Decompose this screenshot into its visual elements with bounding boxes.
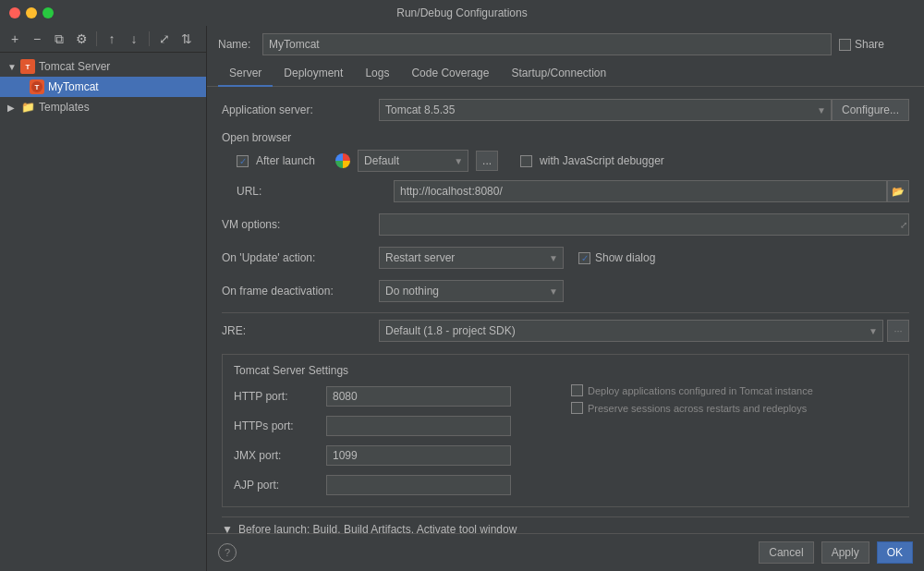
jmx-port-input[interactable] [326,445,511,466]
vm-options-wrap: ⤢ [379,213,909,236]
sort-button[interactable]: ⇅ [177,30,196,48]
app-server-dropdown[interactable]: Tomcat 8.5.35 [379,99,832,121]
name-input[interactable] [262,33,832,55]
settings-section: Tomcat Server Settings HTTP port: HTTPs … [222,354,909,507]
vm-options-input[interactable] [379,213,909,236]
ajp-port-input[interactable] [326,475,511,495]
close-button[interactable] [9,7,20,18]
templates-icon: 📁 [20,100,35,115]
tab-logs[interactable]: Logs [354,61,400,87]
show-dialog-label: Show dialog [595,251,655,264]
preserve-sessions-label: Preserve sessions across restarts and re… [588,403,807,414]
https-port-input[interactable] [326,416,511,436]
remove-config-button[interactable]: − [28,30,46,48]
before-launch-label: Before launch: Build, Build Artifacts, A… [238,523,517,533]
share-area: Share [839,38,913,51]
on-update-row: On 'Update' action: Restart server ▼ Sho… [222,246,909,270]
browser-dropdown-wrap: Default ▼ [358,150,468,172]
tree-item-mytomcat[interactable]: T MyTomcat [0,77,206,97]
settings-title: Tomcat Server Settings [234,364,897,377]
jre-dropdown-wrap: Default (1.8 - project SDK) ▼ [379,320,883,342]
ports-column: HTTP port: HTTPs port: JMX port: AJ [234,384,560,497]
mytomcat-label: MyTomcat [48,80,99,93]
js-debugger-checkbox[interactable] [520,155,532,167]
settings-config-button[interactable]: ⚙ [72,30,91,48]
cancel-button[interactable]: Cancel [759,541,813,564]
ok-button[interactable]: OK [877,541,913,564]
copy-config-button[interactable]: ⧉ [50,30,68,48]
divider-1 [222,312,909,313]
on-update-dropdown[interactable]: Restart server [379,247,564,269]
url-input[interactable] [394,180,887,202]
tree-arrow-tomcat: ▼ [7,62,20,72]
url-row: URL: 📂 [237,179,909,203]
open-browser-label: Open browser [222,131,909,144]
on-frame-dropdown[interactable]: Do nothing [379,280,564,302]
http-port-input[interactable] [326,386,511,407]
config-tree: ▼ T Tomcat Server T MyTomcat ▶ 📁 [0,53,206,571]
tab-code-coverage[interactable]: Code Coverage [400,61,500,87]
ajp-port-label: AJP port: [234,479,326,492]
configure-button[interactable]: Configure... [832,99,909,121]
server-tab-content: Application server: Tomcat 8.5.35 ▼ Conf… [207,87,924,533]
jmx-port-row: JMX port: [234,443,560,468]
tomcat-server-label: Tomcat Server [39,60,110,73]
jre-expand-button[interactable]: ··· [887,320,909,342]
name-label: Name: [218,38,255,51]
mytomcat-icon: T [30,79,44,94]
tree-item-templates[interactable]: ▶ 📁 Templates [0,97,206,117]
tab-startup[interactable]: Startup/Connection [500,61,617,87]
apply-button[interactable]: Apply [821,541,869,564]
deploy-apps-row: Deploy applications configured in Tomcat… [571,384,897,396]
collapse-before-launch-icon[interactable]: ▼ [222,523,233,533]
jmx-port-label: JMX port: [234,449,326,462]
jre-label: JRE: [222,324,379,337]
jre-dropdown[interactable]: Default (1.8 - project SDK) [379,320,883,342]
minimize-button[interactable] [26,7,37,18]
toolbar-separator-2 [149,31,150,46]
url-folder-button[interactable]: 📂 [887,180,909,202]
browser-more-button[interactable]: ... [476,151,498,171]
move-button[interactable]: ⤢ [155,30,174,48]
app-server-row: Application server: Tomcat 8.5.35 ▼ Conf… [222,98,909,122]
after-launch-checkbox[interactable] [237,155,249,167]
open-browser-section: Open browser After launch Default ▼ [222,131,909,203]
on-frame-dropdown-wrap: Do nothing ▼ [379,280,564,302]
bottom-left: ? [218,543,237,562]
toolbar-separator [96,31,97,46]
tree-toolbar: + − ⧉ ⚙ ↑ ↓ ⤢ ⇅ [0,26,206,53]
http-port-label: HTTP port: [234,390,326,403]
chrome-icon [335,153,350,168]
vm-options-row: VM options: ⤢ [222,213,909,237]
before-launch-section: ▼ Before launch: Build, Build Artifacts,… [222,516,909,533]
preserve-sessions-row: Preserve sessions across restarts and re… [571,402,897,414]
tabs-bar: Server Deployment Logs Code Coverage Sta… [207,61,924,87]
settings-grid: HTTP port: HTTPs port: JMX port: AJ [234,384,897,497]
add-config-button[interactable]: + [6,30,24,48]
show-dialog-checkbox[interactable] [578,252,590,264]
tree-item-tomcat-server[interactable]: ▼ T Tomcat Server [0,56,206,77]
move-down-button[interactable]: ↓ [125,30,143,48]
help-button[interactable]: ? [218,543,237,562]
bottom-bar: ? Cancel Apply OK [207,533,924,571]
browser-dropdown[interactable]: Default [358,150,468,172]
templates-label: Templates [39,101,90,114]
deploy-apps-checkbox[interactable] [571,384,583,396]
vm-expand-icon[interactable]: ⤢ [900,220,907,230]
after-launch-label: After launch [256,154,315,167]
on-frame-label: On frame deactivation: [222,285,379,298]
after-launch-row: After launch Default ▼ ... with JavaSc [237,150,909,172]
tab-deployment[interactable]: Deployment [273,61,354,87]
tab-server[interactable]: Server [218,61,273,87]
tree-arrow-templates: ▶ [7,103,20,113]
share-checkbox[interactable] [839,39,851,51]
vm-options-label: VM options: [222,218,379,231]
name-row: Name: Share [207,26,924,61]
preserve-sessions-checkbox[interactable] [571,402,583,414]
maximize-button[interactable] [43,7,54,18]
options-column: Deploy applications configured in Tomcat… [571,384,897,497]
window-controls [9,7,54,18]
on-frame-row: On frame deactivation: Do nothing ▼ [222,279,909,303]
move-up-button[interactable]: ↑ [103,30,121,48]
js-debugger-label: with JavaScript debugger [540,154,664,167]
